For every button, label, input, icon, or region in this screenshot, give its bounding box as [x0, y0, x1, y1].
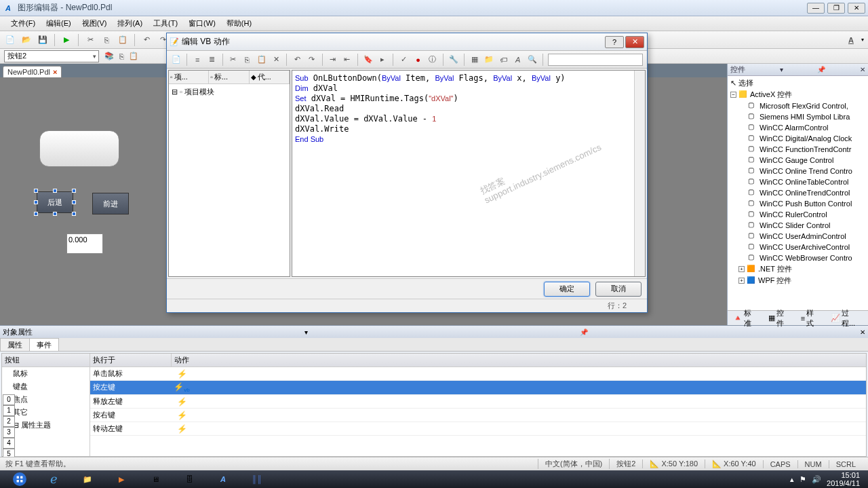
layer-button[interactable]: 3 [3, 427, 15, 438]
selection-handle[interactable] [72, 200, 76, 204]
tree-activex[interactable]: ActiveX 控件 [750, 90, 792, 100]
tree-control-item[interactable]: ▢WinCC RulerControl [729, 209, 867, 220]
taskbar-graphics-editor-icon[interactable]: A [206, 471, 240, 487]
tree-control-item[interactable]: ▢Microsoft FlexGrid Control, [729, 100, 867, 111]
vb-close-button[interactable]: ✕ [625, 36, 644, 48]
menu-file[interactable]: 文件(F) [5, 17, 41, 30]
event-category-item[interactable]: 鼠标 [2, 367, 90, 380]
copy-icon[interactable]: ⎘ [100, 34, 113, 46]
close-button[interactable]: ✕ [848, 3, 865, 14]
event-category-item[interactable]: 焦点 [2, 393, 90, 406]
pin-icon[interactable]: 📌 [817, 66, 825, 73]
selection-handle[interactable] [34, 200, 38, 204]
new-icon[interactable]: 📄 [4, 34, 16, 46]
open-icon[interactable]: 📂 [20, 34, 33, 46]
vb-obj-icon[interactable]: ▦ [469, 54, 480, 66]
event-category-item[interactable]: ⊟ 属性主题 [2, 419, 90, 432]
layer-button[interactable]: 0 [3, 394, 15, 405]
tree-dotnet[interactable]: .NET 控件 [758, 264, 792, 274]
dropdown-icon[interactable]: ▾ [304, 329, 308, 336]
vb-redo-icon[interactable]: ↷ [306, 54, 317, 66]
layer-button[interactable]: 1 [3, 405, 15, 416]
lib-icon[interactable]: 📚 [103, 50, 115, 62]
vb-breakpoint-icon[interactable]: ● [413, 54, 424, 66]
event-row[interactable]: 释放左键⚡ [90, 395, 866, 409]
panel-close-icon[interactable]: ✕ [860, 329, 865, 336]
taskbar-ie-icon[interactable]: ℯ [37, 471, 71, 487]
tree-control-item[interactable]: ▢WinCC OnlineTrendControl [729, 187, 867, 198]
vb-search-input[interactable] [548, 54, 643, 66]
tray-volume-icon[interactable]: 🔊 [812, 475, 821, 484]
vb-tag-icon[interactable]: 🏷 [498, 54, 509, 66]
vb-font-icon[interactable]: A [513, 54, 524, 66]
tree-control-item[interactable]: ▢WinCC UserAdminControl [729, 231, 867, 242]
start-button[interactable] [3, 471, 37, 487]
taskbar-app1-icon[interactable]: 🖥 [138, 471, 172, 487]
tree-control-item[interactable]: ▢WinCC FunctionTrendContr [729, 144, 867, 155]
vb-align-left-icon[interactable]: ≡ [192, 54, 203, 66]
tree-control-item[interactable]: ▢WinCC Digital/Analog Clock [729, 133, 867, 144]
document-tab[interactable]: NewPdl0.Pdl × [3, 66, 62, 77]
vb-bookmark-next-icon[interactable]: ▸ [377, 54, 388, 66]
cancel-button[interactable]: 取消 [595, 282, 642, 297]
vb-bookmark-icon[interactable]: 🔖 [363, 54, 374, 66]
event-row[interactable]: 按右键⚡ [90, 409, 866, 422]
cut-icon[interactable]: ✂ [84, 34, 96, 46]
tree-select[interactable]: 选择 [738, 78, 753, 88]
tree-control-item[interactable]: ▢Siemens HMI Symbol Libra [729, 111, 867, 122]
ok-button[interactable]: 确定 [544, 282, 590, 297]
menu-help[interactable]: 帮助(H) [221, 17, 257, 30]
button-back[interactable]: 后退 [37, 191, 73, 213]
taskbar-app2-icon[interactable]: 🗄 [172, 471, 206, 487]
vb-find-icon[interactable]: 🔍 [527, 54, 538, 66]
layer-button[interactable]: 4 [3, 438, 15, 449]
dropdown-icon[interactable]: ▾ [861, 37, 864, 43]
selection-handle[interactable] [72, 212, 76, 216]
menu-window[interactable]: 窗口(W) [183, 17, 221, 30]
selection-handle[interactable] [53, 212, 57, 216]
undo-icon[interactable]: ↶ [140, 34, 153, 46]
vb-delete-icon[interactable]: ✕ [271, 54, 281, 66]
tree-control-item[interactable]: ▢WinCC Gauge Control [729, 155, 867, 166]
vb-help-button[interactable]: ? [605, 36, 624, 48]
copy-props-icon[interactable]: ⎘ [115, 50, 127, 62]
pin-icon[interactable]: 📌 [580, 329, 588, 336]
taskbar-explorer-icon[interactable]: 📁 [71, 471, 104, 487]
tab-process[interactable]: 📈过程... [828, 307, 865, 329]
expand-icon[interactable]: + [738, 278, 745, 284]
tree-control-item[interactable]: ▢WinCC Push Button Control [729, 198, 867, 209]
tree-control-item[interactable]: ▢WinCC Online Trend Contro [729, 166, 867, 176]
tab-controls[interactable]: ▦控件 [766, 307, 794, 329]
font-color-icon[interactable]: A [845, 34, 857, 46]
vb-tree-tab-project[interactable]: ▫项... [169, 71, 209, 83]
vb-align-icon[interactable]: ≣ [206, 54, 217, 66]
menu-view[interactable]: 视图(V) [77, 17, 113, 30]
dropdown-icon[interactable]: ▾ [780, 66, 783, 73]
action-icon[interactable]: ⚡ [177, 424, 187, 434]
vb-tree-tab-standard[interactable]: ▫标... [209, 71, 249, 83]
event-row[interactable]: 单击鼠标⚡ [90, 367, 866, 381]
panel-close-icon[interactable]: ✕ [860, 66, 865, 73]
tray-icon[interactable]: ▴ [790, 475, 794, 484]
io-field[interactable]: 0.000 [66, 233, 103, 254]
tree-control-item[interactable]: ▢WinCC UserArchiveControl [729, 242, 867, 252]
tab-events[interactable]: 事件 [29, 338, 59, 351]
button-forward[interactable]: 前进 [92, 193, 129, 214]
vb-dialog-titlebar[interactable]: 📝 编辑 VB 动作 ? ✕ [167, 33, 647, 51]
vb-check-icon[interactable]: ✓ [398, 54, 409, 66]
collapse-icon[interactable]: − [730, 92, 736, 98]
tree-control-item[interactable]: ▢WinCC WebBrowser Contro [729, 252, 867, 263]
vertical-scrollbar[interactable] [634, 71, 645, 276]
maximize-button[interactable]: ❐ [827, 3, 845, 14]
run-icon[interactable]: ▶ [60, 34, 73, 46]
tree-control-item[interactable]: ▢WinCC OnlineTableControl [729, 176, 867, 187]
event-category-item[interactable]: 其它 [2, 406, 90, 419]
paste-props-icon[interactable]: 📋 [127, 50, 140, 62]
taskbar-media-icon[interactable]: ▶ [104, 471, 138, 487]
tree-control-item[interactable]: ▢WinCC Slider Control [729, 220, 867, 231]
menu-tools[interactable]: 工具(T) [148, 17, 183, 30]
tab-properties[interactable]: 属性 [0, 338, 30, 351]
object-selector-combo[interactable]: 按钮2 [4, 50, 99, 62]
tree-control-item[interactable]: ▢WinCC AlarmControl [729, 122, 867, 133]
rounded-rectangle-shape[interactable] [39, 130, 119, 167]
